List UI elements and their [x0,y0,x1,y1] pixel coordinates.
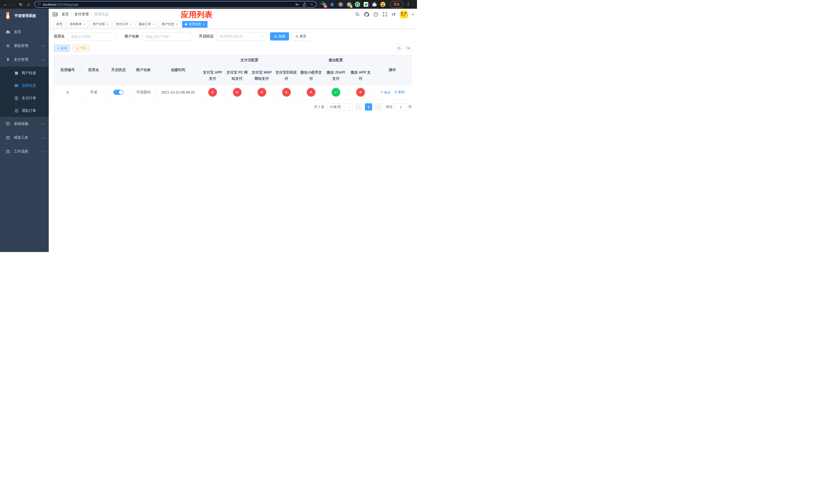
font-size-icon[interactable]: TT [392,12,396,17]
browser-home-icon[interactable]: ⌂ [25,1,32,8]
tab-close-icon[interactable]: × [203,23,205,26]
sidebar-item-refund[interactable]: 退款订单 [0,104,49,117]
tab-merchant-info[interactable]: 商户信息 × [159,21,180,28]
ext-y-icon[interactable]: y [355,2,360,7]
status-select[interactable]: 请选择开启状态 ∨ [216,32,266,41]
sidebar-item-system[interactable]: ⚙ 系统管理 [0,39,49,53]
col-wx-mini: 微信小程序支付 [299,66,324,85]
extensions-puzzle-icon[interactable] [372,2,377,7]
url-text[interactable]: localhost:1024/pay/app [43,3,293,6]
add-button[interactable]: + 新增 [54,45,70,52]
tab-home[interactable]: 首页 [53,21,65,28]
tab-process-form[interactable]: 流程表单 × [67,21,88,28]
delete-link[interactable]: 删除 [394,90,405,94]
browser-back-icon[interactable]: ← [2,1,9,8]
export-button[interactable]: 导出 [72,45,90,52]
sidebar-item-workflow[interactable]: 工作流程 [0,144,49,158]
sidebar-item-label: 系统管理 [14,44,42,48]
pagination: 共 1 条 10条/页 ∨ ‹ 1 › 前往 页 [54,103,412,111]
tab-label: 退款订单 [139,22,151,26]
refresh-button[interactable]: ↻ [405,45,412,52]
add-button-label: 新增 [61,46,67,50]
prev-page-button[interactable]: ‹ [355,103,363,111]
github-icon[interactable] [364,12,369,17]
address-bar[interactable]: ⓘ localhost:1024/pay/app ☆ [35,1,316,8]
tab-pay-order[interactable]: 支付订单 × [113,21,134,28]
tab-close-icon[interactable]: × [107,23,109,26]
breadcrumb-separator: / [91,12,92,17]
page-size-select[interactable]: 10条/页 ∨ [328,103,353,111]
reset-button[interactable]: ↻ 重置 [291,32,310,41]
bookmark-star-icon[interactable]: ☆ [310,2,313,7]
sidebar-item-infra[interactable]: 基础设施 [0,117,49,131]
app-name-input[interactable] [68,32,116,41]
tab-app-info[interactable]: 应用信息 × [182,21,207,28]
tab-close-icon[interactable]: × [84,23,85,26]
ext-command-icon[interactable]: ⌘ [338,2,343,7]
grid-table-icon [14,84,19,88]
dashboard-icon [6,30,10,34]
show-search-button[interactable] [395,45,403,52]
browser-reload-icon[interactable]: ↻ [18,1,24,8]
help-icon[interactable]: ? [373,12,378,17]
col-alipay-wap: 支付宝 WAP 网站支付 [249,66,274,85]
sidebar-item-payorder[interactable]: 支付订单 [0,92,49,104]
share-icon[interactable] [303,3,306,6]
active-tab-dot [185,23,187,25]
ext-chat-icon[interactable] [364,2,369,7]
sidebar-item-appinfo[interactable]: 应用信息 [0,79,49,92]
edit-pencil-icon: ✎ [380,91,383,94]
tab-close-icon[interactable]: × [130,23,132,26]
collapse-sidebar-icon[interactable] [52,13,58,17]
chrome-update-button[interactable]: 更新 [390,1,403,8]
search-icon [274,35,277,38]
search-icon[interactable] [355,12,360,17]
gear-icon: ⚙ [6,44,10,48]
status-fail-icon [282,88,291,97]
reset-button-label: 重置 [300,34,306,39]
edit-link[interactable]: ✎修改 [380,90,391,95]
search-button[interactable]: 搜索 [270,32,289,41]
status-fail-icon [233,88,242,97]
sidebar-item-merchant[interactable]: 商户信息 [0,67,49,79]
filter-form: 应用名 商户名称 开启状态 请选择开启状态 ∨ 搜索 ↻ 重置 [54,32,412,41]
status-toggle[interactable] [113,90,124,95]
sidebar-item-payment[interactable]: ¥ 支付管理 [0,53,49,67]
breadcrumb-home[interactable]: 首页 [62,12,69,17]
ext-camera-icon[interactable]: 1 [347,2,352,7]
profile-avatar[interactable] [380,2,386,7]
browser-menu-icon[interactable]: ⋮ [406,2,410,7]
sidebar-item-home[interactable]: 首页 [0,25,49,39]
breadcrumb-separator: / [71,12,72,17]
breadcrumb-payment[interactable]: 支付管理 [74,12,89,17]
ext-pinned-icon[interactable]: 10 [321,2,326,7]
browser-forward-icon[interactable]: → [10,1,16,8]
cell-wx-jsapi [324,85,348,100]
status-fail-icon [258,88,266,97]
user-avatar[interactable] [400,10,408,18]
merchant-name-input[interactable] [142,32,191,41]
cell-wx-mini [299,85,324,100]
tab-label: 应用信息 [189,22,201,26]
app-name-label: 应用名 [54,34,65,39]
sidebar-item-devtools[interactable]: 研发工具 [0,131,49,144]
fullscreen-icon[interactable] [382,12,387,17]
next-page-button[interactable]: › [375,103,382,111]
merchant-name-label: 商户名称 [125,34,139,39]
col-alipay-app: 支付宝 APP 支付 [200,66,225,85]
delete-label: 删除 [398,90,405,94]
total-count: 共 1 条 [314,105,324,109]
site-info-icon[interactable]: ⓘ [38,2,41,7]
password-key-icon[interactable] [295,3,299,6]
status-select-placeholder: 请选择开启状态 [219,34,243,39]
goto-page-input[interactable] [395,103,407,111]
ext-balloon-icon[interactable] [330,2,335,7]
page-1-button[interactable]: 1 [365,103,372,111]
status-success-icon [332,88,340,97]
tab-refund-order[interactable]: 退款订单 × [136,21,157,28]
chevron-down-icon [41,122,45,125]
user-menu-caret-icon[interactable]: ▾ [412,13,414,16]
tab-close-icon[interactable]: × [153,23,155,26]
tab-close-icon[interactable]: × [176,23,178,26]
tab-user-group[interactable]: 用户分组 × [90,21,111,28]
